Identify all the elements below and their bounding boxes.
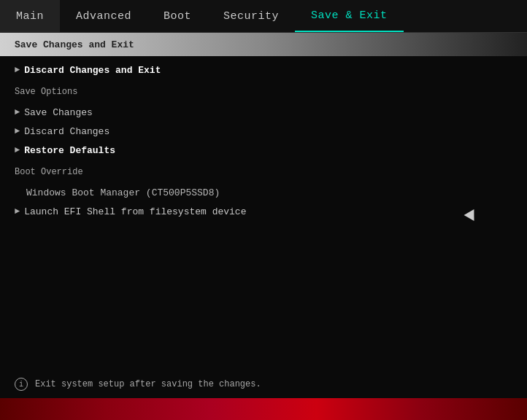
menu-item-discard-exit[interactable]: ► Discard Changes and Exit xyxy=(0,61,527,79)
menu-item-discard-changes[interactable]: ► Discard Changes xyxy=(0,122,527,141)
arrow-icon: ► xyxy=(15,206,20,217)
menu-item-restore-defaults[interactable]: ► Restore Defaults xyxy=(0,141,527,160)
bottom-decorative-bar xyxy=(0,398,527,420)
info-icon: i xyxy=(15,378,28,391)
selected-menu-item[interactable]: Save Changes and Exit xyxy=(0,33,527,56)
nav-item-advanced[interactable]: Advanced xyxy=(60,0,147,32)
menu-section: ► Discard Changes and Exit Save Options … xyxy=(0,56,527,225)
navigation-bar: Main Advanced Boot Security Save & Exit xyxy=(0,0,527,33)
content-area: Save Changes and Exit ► Discard Changes … xyxy=(0,33,527,225)
nav-item-boot[interactable]: Boot xyxy=(147,0,207,32)
menu-item-efi-shell[interactable]: ► Launch EFI Shell from filesystem devic… xyxy=(0,202,527,221)
menu-section-header-boot: Boot Override xyxy=(0,163,527,182)
nav-item-main[interactable]: Main xyxy=(0,0,60,32)
arrow-icon: ► xyxy=(15,126,20,136)
arrow-icon: ► xyxy=(15,65,20,75)
nav-item-security[interactable]: Security xyxy=(207,0,295,32)
menu-item-windows-boot[interactable]: Windows Boot Manager (CT500P5SSD8) xyxy=(0,183,527,202)
arrow-icon: ► xyxy=(15,145,20,155)
status-text: Exit system setup after saving the chang… xyxy=(35,379,261,389)
menu-section-header-save: Save Options xyxy=(0,82,527,101)
arrow-icon: ► xyxy=(15,107,20,117)
menu-item-save-changes[interactable]: ► Save Changes xyxy=(0,103,527,122)
status-bar: i Exit system setup after saving the cha… xyxy=(0,378,527,391)
selected-item-text: Save Changes and Exit xyxy=(15,39,134,50)
nav-item-save-exit[interactable]: Save & Exit xyxy=(295,0,404,32)
